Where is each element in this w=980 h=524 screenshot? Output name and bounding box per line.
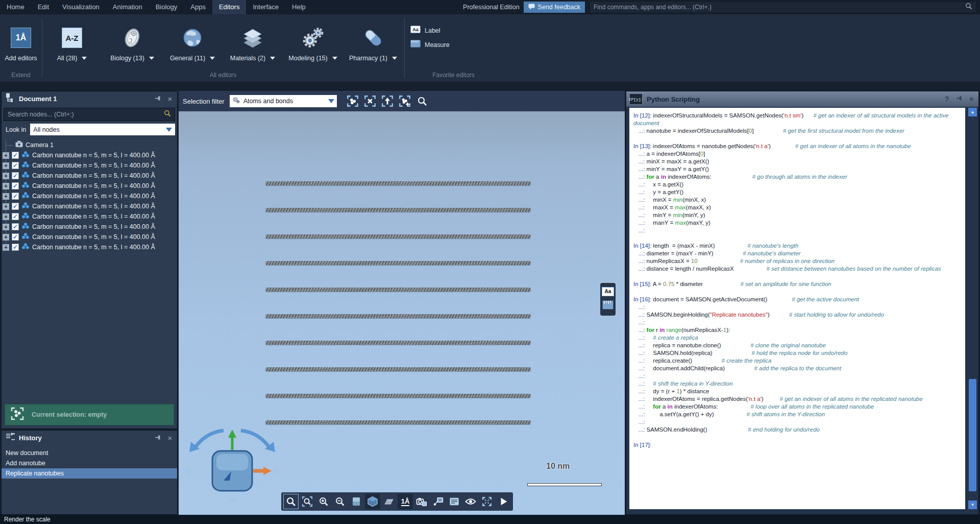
visibility-checkbox[interactable]: ✓ <box>12 213 19 220</box>
tree-row-nanotube[interactable]: +✓Carbon nanotube n = 5, m = 5, l = 400.… <box>2 211 177 222</box>
measure-tool-button[interactable] <box>602 300 614 312</box>
scroll-up-button[interactable]: ▲ <box>968 108 977 116</box>
deselect-all-button[interactable] <box>362 94 378 108</box>
navigation-gizmo[interactable] <box>179 420 286 509</box>
tree-row-nanotube[interactable]: +✓Carbon nanotube n = 5, m = 5, l = 400.… <box>2 232 177 242</box>
tree-row-nanotube[interactable]: +✓Carbon nanotube n = 5, m = 5, l = 400.… <box>2 181 177 191</box>
expand-plus-icon[interactable]: + <box>3 234 9 241</box>
fullscreen-button[interactable] <box>479 494 495 509</box>
background-button[interactable] <box>349 494 364 509</box>
annotation-button[interactable] <box>430 494 446 509</box>
menu-item-home[interactable]: Home <box>0 0 31 14</box>
expand-plus-icon[interactable]: + <box>3 203 9 210</box>
tree-row-nanotube[interactable]: +✓Carbon nanotube n = 5, m = 5, l = 400.… <box>2 201 177 211</box>
chevron-down-icon[interactable] <box>149 57 154 60</box>
scroll-down-button[interactable]: ▼ <box>968 501 977 509</box>
close-icon[interactable]: × <box>166 95 174 103</box>
scale-1a-button[interactable]: 1Å <box>398 494 413 509</box>
tree-row-nanotube[interactable]: +✓Carbon nanotube n = 5, m = 5, l = 400.… <box>2 242 177 252</box>
look-in-select[interactable]: All nodes <box>30 124 175 135</box>
menu-item-biology[interactable]: Biology <box>149 0 184 14</box>
close-icon[interactable]: × <box>166 434 174 442</box>
magnifier-select-button[interactable] <box>300 494 315 509</box>
chevron-down-icon[interactable] <box>82 57 87 60</box>
expand-plus-icon[interactable]: + <box>3 224 9 230</box>
zoom-search-button[interactable] <box>414 94 430 108</box>
snapshot-button[interactable] <box>414 494 429 509</box>
label-editor-button[interactable]: Aa Label <box>410 26 440 35</box>
console-line: ...: manY = max(maxY, y) <box>633 219 961 227</box>
chevron-down-icon[interactable] <box>210 57 215 60</box>
viewport-canvas[interactable]: Selection filter Atoms and bonds 10 nm <box>179 91 625 515</box>
label-tool-button[interactable]: Aa <box>602 287 614 296</box>
expand-plus-icon[interactable]: + <box>3 183 9 189</box>
editor-category-pharmacy[interactable]: Pharmacy (1) <box>343 14 403 62</box>
visibility-checkbox[interactable]: ✓ <box>12 152 19 159</box>
expand-plus-icon[interactable]: + <box>3 213 9 220</box>
editor-category-az[interactable]: A-ZAll (28) <box>42 14 102 62</box>
editor-category-general[interactable]: General (11) <box>162 14 223 62</box>
editor-category-biology[interactable]: Biology (13) <box>102 14 162 62</box>
console-scrollbar[interactable]: ▲ ▼ <box>968 108 977 509</box>
menu-item-interface[interactable]: Interface <box>246 0 285 14</box>
select-visible-button[interactable] <box>345 94 360 108</box>
select-up-button[interactable] <box>380 94 395 108</box>
node-search-input[interactable]: Search nodes... (Ctrl+;) <box>4 108 175 121</box>
chevron-down-icon[interactable] <box>270 57 275 60</box>
play-button[interactable] <box>496 494 511 509</box>
pin-icon[interactable] <box>154 434 162 442</box>
tree-row-camera[interactable]: Camera 1 <box>2 140 177 150</box>
visibility-checkbox[interactable]: ✓ <box>12 162 19 169</box>
presentation-button[interactable] <box>447 494 462 509</box>
history-item[interactable]: Replicate nanotubes <box>2 468 177 479</box>
scroll-thumb[interactable] <box>969 379 976 491</box>
menu-item-apps[interactable]: Apps <box>184 0 212 14</box>
visibility-checkbox[interactable]: ✓ <box>12 182 19 189</box>
menu-item-help[interactable]: Help <box>285 0 312 14</box>
expand-plus-icon[interactable]: + <box>3 173 9 179</box>
tree-row-nanotube[interactable]: +✓Carbon nanotube n = 5, m = 5, l = 400.… <box>2 150 177 160</box>
measure-editor-button[interactable]: Measure <box>410 40 450 50</box>
send-feedback-button[interactable]: Send feedback <box>524 2 585 13</box>
add-editors-button[interactable]: 1Å Add editors <box>0 14 42 62</box>
visibility-checkbox[interactable]: ✓ <box>12 233 19 241</box>
expand-plus-icon[interactable]: + <box>3 162 9 169</box>
chevron-down-icon[interactable] <box>392 57 397 60</box>
magnifier-button[interactable] <box>283 494 299 509</box>
menu-item-animation[interactable]: Animation <box>106 0 149 14</box>
expand-plus-icon[interactable]: + <box>3 244 9 251</box>
visibility-checkbox[interactable]: ✓ <box>12 193 19 200</box>
visibility-button[interactable] <box>463 494 478 509</box>
molecule-icon <box>21 161 30 170</box>
zoom-in-button[interactable] <box>316 494 331 509</box>
tree-row-nanotube[interactable]: +✓Carbon nanotube n = 5, m = 5, l = 400.… <box>2 160 177 171</box>
global-search-input[interactable]: Find commands, apps and editors... (Ctrl… <box>589 1 977 13</box>
menu-item-editors[interactable]: Editors <box>212 0 246 14</box>
history-item[interactable]: Add nanotube <box>2 458 177 468</box>
tree-row-nanotube[interactable]: +✓Carbon nanotube n = 5, m = 5, l = 400.… <box>2 222 177 232</box>
python-console[interactable]: In [12]: indexerOfStructuralModels = SAM… <box>629 108 965 509</box>
visibility-checkbox[interactable]: ✓ <box>12 244 19 251</box>
tree-row-nanotube[interactable]: +✓Carbon nanotube n = 5, m = 5, l = 400.… <box>2 171 177 181</box>
zoom-out-button[interactable] <box>332 494 348 509</box>
visibility-checkbox[interactable]: ✓ <box>12 223 19 230</box>
editor-category-materials[interactable]: Materials (2) <box>223 14 283 62</box>
help-icon[interactable]: ? <box>943 95 951 103</box>
ground-plane-button[interactable] <box>381 494 397 509</box>
expand-plus-icon[interactable]: + <box>3 193 9 200</box>
nav-cube-button[interactable] <box>365 494 380 509</box>
visibility-checkbox[interactable]: ✓ <box>12 203 19 210</box>
menu-item-edit[interactable]: Edit <box>31 0 56 14</box>
visibility-checkbox[interactable]: ✓ <box>12 172 19 179</box>
pin-icon[interactable] <box>955 95 963 103</box>
history-item[interactable]: New document <box>2 448 177 458</box>
close-icon[interactable]: × <box>967 95 975 103</box>
menu-item-visualization[interactable]: Visualization <box>56 0 106 14</box>
pin-icon[interactable] <box>154 95 162 103</box>
tree-row-nanotube[interactable]: +✓Carbon nanotube n = 5, m = 5, l = 400.… <box>2 191 177 201</box>
expand-plus-icon[interactable]: + <box>3 152 9 159</box>
editor-category-modeling[interactable]: Modeling (15) <box>283 14 343 62</box>
selection-filter-select[interactable]: Atoms and bonds <box>230 95 337 107</box>
chevron-down-icon[interactable] <box>332 57 337 60</box>
expand-selection-button[interactable] <box>397 94 412 108</box>
